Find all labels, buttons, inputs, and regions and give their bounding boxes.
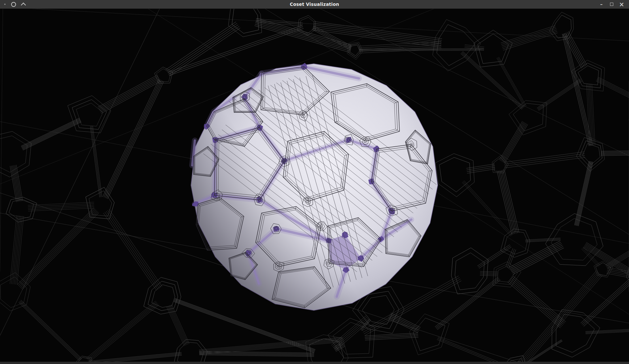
visualization-viewport[interactable] xyxy=(0,0,629,364)
coset-scene xyxy=(0,0,629,364)
chevron-up-icon[interactable] xyxy=(21,2,26,8)
window-title: Coset Visualization xyxy=(0,2,629,7)
titlebar[interactable]: Coset Visualization – × xyxy=(0,0,629,9)
circle-icon[interactable] xyxy=(11,2,16,7)
minimize-button[interactable]: – xyxy=(598,1,604,8)
bullet-icon xyxy=(4,4,6,5)
titlebar-left-controls xyxy=(0,2,25,7)
window-bottom-strip xyxy=(0,362,629,364)
close-button[interactable]: × xyxy=(619,1,625,8)
maximize-button[interactable] xyxy=(608,1,615,8)
close-icon: × xyxy=(619,2,624,7)
minimize-icon: – xyxy=(600,3,603,6)
maximize-icon xyxy=(610,3,613,6)
titlebar-window-controls: – × xyxy=(598,1,629,8)
app-window: Coset Visualization – × xyxy=(0,0,629,364)
